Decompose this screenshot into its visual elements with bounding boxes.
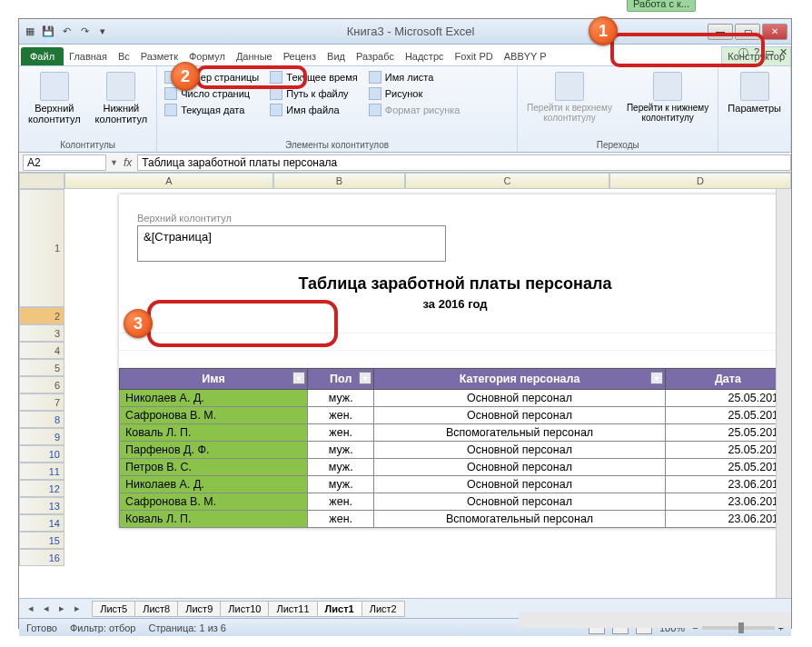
close-button[interactable]: ✕ [762,24,787,40]
row-head-6[interactable]: 6 [19,376,64,393]
cell-date[interactable]: 23.06.2016 [665,476,790,493]
sheet-tab[interactable]: Лист2 [361,601,405,617]
tab-foxit[interactable]: Foxit PD [450,47,499,65]
th-name[interactable]: Имя▾ [120,369,308,390]
cell-date[interactable]: 25.05.2016 [665,390,790,407]
cell-date[interactable]: 25.05.2016 [665,442,790,459]
row-head-15[interactable]: 15 [19,532,64,549]
vertical-scrollbar[interactable] [776,189,791,598]
cell-name[interactable]: Николаев А. Д. [120,390,308,407]
cell-name[interactable]: Коваль Л. П. [120,424,308,442]
header-button[interactable]: Верхний колонтитул [25,70,84,126]
qat-more-icon[interactable]: ▾ [95,25,110,39]
options-button[interactable]: Параметры [724,70,785,115]
sheet-tab[interactable]: Лист1 [317,601,362,617]
cell-name[interactable]: Парфенов Д. Ф. [120,442,308,459]
cell-sex[interactable]: жен. [308,493,374,511]
cell-cat[interactable]: Вспомогательный персонал [374,424,666,442]
sheet-subtitle-cell[interactable]: за 2016 год [119,295,791,316]
row-head-16[interactable]: 16 [19,549,64,566]
filter-dropdown-icon[interactable]: ▾ [650,372,663,384]
row-head-7[interactable]: 7 [19,393,64,411]
row-head-4[interactable]: 4 [19,342,64,359]
col-head-c[interactable]: C [405,173,609,189]
cell-date[interactable]: 25.05.2016 [665,459,790,476]
cell-cat[interactable]: Основной персонал [374,390,666,407]
select-all-corner[interactable] [19,173,64,189]
current-time-button[interactable]: Текущее время [268,70,359,85]
row-head-11[interactable]: 11 [19,463,64,480]
sheet-tab[interactable]: Лист9 [177,601,221,617]
cell-name[interactable]: Сафронова В. М. [120,493,308,511]
row-head-3[interactable]: 3 [19,324,64,342]
win-close-icon[interactable]: ✕ [779,46,787,60]
maximize-button[interactable]: ▭ [735,24,760,40]
row-head-1[interactable]: 1 [19,189,64,307]
file-name-button[interactable]: Имя файла [268,103,359,117]
formula-input[interactable]: Таблица заработной платы персонала [137,154,791,171]
cell-sex[interactable]: муж. [308,459,374,476]
cell-sex[interactable]: жен. [308,424,374,442]
cell-cat[interactable]: Основной персонал [374,407,666,424]
cell-name[interactable]: Сафронова В. М. [120,407,308,424]
fx-label[interactable]: fx [118,156,137,169]
table-row[interactable]: Сафронова В. М.жен.Основной персонал25.0… [120,407,791,424]
sheet-nav-buttons[interactable]: ◂ ◂ ▸ ▸ [19,602,93,614]
tab-view[interactable]: Вид [322,47,351,65]
table-row[interactable]: Петров В. С.муж.Основной персонал25.05.2… [120,459,791,476]
table-row[interactable]: Парфенов Д. Ф.муж.Основной персонал25.05… [120,442,791,459]
cell-sex[interactable]: муж. [308,476,374,493]
tab-dev[interactable]: Разрабс [351,47,400,65]
tab-file[interactable]: Файл [21,47,64,65]
filter-dropdown-icon[interactable]: ▾ [292,372,305,384]
sheet-name-button[interactable]: Имя листа [367,70,462,85]
sheet-tab[interactable]: Лист10 [220,601,269,617]
cell-date[interactable]: 25.05.2016 [665,424,790,442]
th-sex[interactable]: Пол▾ [308,369,374,390]
footer-button[interactable]: Нижний колонтитул [92,70,152,126]
row-head-10[interactable]: 10 [19,445,64,463]
row-head-2[interactable]: 2 [19,307,64,324]
cell-sex[interactable]: жен. [308,511,374,528]
undo-icon[interactable]: ↶ [59,25,74,39]
tab-review[interactable]: Реценз [278,47,322,65]
row-head-5[interactable]: 5 [19,359,64,376]
row-head-13[interactable]: 13 [19,497,64,514]
save-icon[interactable]: 💾 [41,25,55,39]
table-row[interactable]: Сафронова В. М.жен.Основной персонал23.0… [120,493,791,511]
col-head-b[interactable]: B [273,173,405,189]
goto-footer-button[interactable]: Перейти к нижнему колонтитулу [623,70,712,124]
row-head-14[interactable]: 14 [19,514,64,532]
cell-name[interactable]: Петров В. С. [120,459,308,476]
help-icon[interactable]: ? [754,46,759,60]
format-picture-button[interactable]: Формат рисунка [367,103,462,117]
file-path-button[interactable]: Путь к файлу [268,86,359,101]
sheet-tab[interactable]: Лист5 [92,601,135,617]
cell-sex[interactable]: муж. [308,390,374,407]
cell-cat[interactable]: Основной персонал [374,476,666,493]
table-row[interactable]: Коваль Л. П.жен.Вспомогательный персонал… [120,511,791,528]
zoom-slider[interactable] [702,626,775,630]
sheet-tab[interactable]: Лист8 [134,601,178,617]
table-row[interactable]: Николаев А. Д.муж.Основной персонал25.05… [120,390,791,407]
picture-button[interactable]: Рисунок [367,86,462,101]
tab-insert[interactable]: Вс [113,47,135,65]
sheet-tab[interactable]: Лист11 [268,601,317,617]
sheet-title-cell[interactable]: Таблица заработной платы персонала [119,269,791,295]
tab-addins[interactable]: Надстрс [400,47,450,65]
cell-sex[interactable]: муж. [308,442,374,459]
goto-header-button[interactable]: Перейти к верхнему колонтитулу [523,70,616,124]
cell-date[interactable]: 25.05.2016 [665,407,790,424]
cell-name[interactable]: Коваль Л. П. [120,511,308,528]
cell-cat[interactable]: Вспомогательный персонал [374,511,666,528]
cell-date[interactable]: 23.06.2016 [665,511,790,528]
cell-cat[interactable]: Основной персонал [374,493,666,511]
namebox-dropdown-icon[interactable]: ▼ [110,158,118,167]
redo-icon[interactable]: ↷ [77,25,92,39]
col-head-d[interactable]: D [609,173,791,189]
row-head-8[interactable]: 8 [19,411,64,428]
row-head-9[interactable]: 9 [19,428,64,445]
header-left-section[interactable]: &[Страница] [137,225,446,262]
name-box[interactable]: A2 [23,154,106,171]
current-date-button[interactable]: Текущая дата [163,103,261,117]
